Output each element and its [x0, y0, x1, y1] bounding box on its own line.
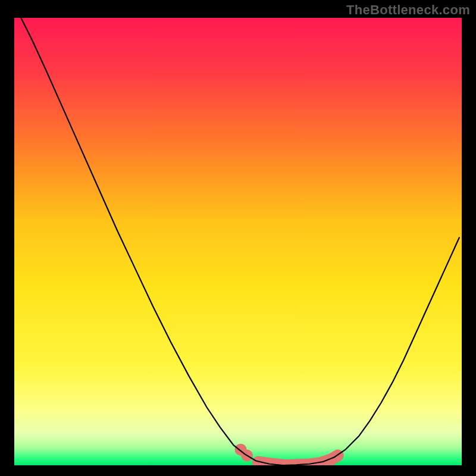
plot-background [14, 18, 462, 465]
watermark-text: TheBottleneck.com [346, 2, 470, 18]
bottleneck-chart [0, 0, 476, 476]
chart-stage: { "watermark": "TheBottleneck.com", "plo… [0, 0, 476, 476]
